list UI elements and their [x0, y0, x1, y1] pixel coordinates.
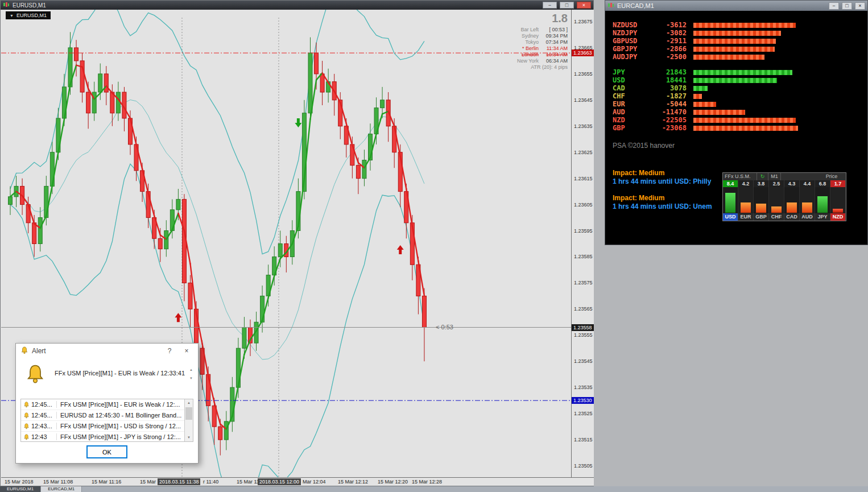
news-countdown-label: 1 hrs 44 mins until USD: Philly [613, 177, 722, 186]
price-badge: 1.23530 [572, 397, 594, 404]
scrollbar-thumb[interactable] [185, 407, 192, 420]
usm-value: 1.7 [830, 180, 846, 187]
time-axis-label: r 11:40 [203, 479, 218, 485]
strength-value: -2866 [654, 45, 687, 53]
market-clock-row: London10:34 AM [517, 52, 568, 58]
strength-symbol: NZDUSD [613, 21, 654, 29]
usm-bar [741, 202, 751, 213]
alert-list-item[interactable]: 12:43...FFx USM [Price][M1] - USD is Str… [21, 421, 184, 432]
market-clock-row: ATR (20): 4 pips [517, 64, 568, 71]
news-countdown-label: 1 hrs 44 mins until USD: Unem [613, 202, 722, 211]
usm-values-row: 8.44.23.82.54.34.46.81.7 [723, 180, 846, 187]
price-axis-label: 1.23575 [574, 280, 593, 286]
news-impact-label: Impact: Medium [613, 169, 722, 177]
strength-symbol: AUDJPY [613, 53, 654, 61]
restore-button[interactable]: □ [560, 2, 574, 9]
eurcad-window-title: EURCAD,M1 [617, 2, 654, 9]
usm-price-label: Price [817, 173, 846, 180]
usm-bar-column [830, 187, 846, 213]
window-tab-eurusd-m1[interactable]: EURUSD,M1 [0, 486, 41, 492]
spinner-down-button[interactable]: ▼ [187, 375, 195, 381]
scroll-up-button[interactable]: ▲ [185, 399, 193, 407]
refresh-icon: ↻ [757, 173, 768, 180]
clock-label: Sydney [522, 33, 539, 39]
bell-icon [23, 412, 30, 419]
usm-bar [802, 202, 812, 213]
alert-title: Alert [32, 347, 159, 355]
usm-value: 2.5 [769, 180, 784, 187]
market-clock-row: * Berlin11:34 AM [517, 46, 568, 52]
alert-item-text: EURUSD at 12:45:30 - M1 Bollinger Band..… [56, 412, 184, 419]
clock-value: [ 00:53 ] [542, 27, 568, 33]
price-axis-label: 1.23645 [574, 97, 593, 103]
symbol-selector-chip[interactable]: ▼ EURUSD,M1 [6, 11, 51, 19]
time-axis-label: 15 Mar 11:08 [43, 479, 73, 485]
price-axis-label: 1.23635 [574, 123, 593, 129]
news-countdown-block: Impact: Medium1 hrs 44 mins until USD: P… [613, 169, 722, 219]
alert-titlebar: Alert ? × [16, 344, 198, 358]
close-button[interactable]: × [577, 2, 591, 9]
restore-button[interactable]: □ [842, 2, 852, 10]
price-badge: 1.23558 [572, 324, 594, 331]
price-axis-label: 1.23585 [574, 254, 593, 259]
usm-currency-label: EUR [738, 213, 754, 221]
strength-value: -1827 [654, 92, 687, 100]
alert-item-text: FFx USM [Price][M1] - EUR is Weak / 12:.… [56, 401, 184, 408]
usm-bar [787, 202, 797, 213]
bell-icon [23, 434, 30, 440]
ok-button[interactable]: OK [86, 445, 127, 458]
help-button[interactable]: ? [163, 345, 176, 357]
alert-list-item[interactable]: 12:45...FFx USM [Price][M1] - EUR is Wea… [21, 399, 184, 410]
alert-list-item[interactable]: 12:43FFx USM [Price][M1] - JPY is Strong… [21, 432, 184, 442]
price-axis[interactable]: 1.236751.236651.236551.236451.236351.236… [571, 10, 594, 477]
alert-item-text: FFx USM [Price][M1] - JPY is Strong / 12… [56, 433, 184, 440]
usm-value: 6.8 [815, 180, 830, 187]
copyright-label: PSA ©2015 hanover [613, 142, 675, 150]
usm-value: 4.4 [800, 180, 815, 187]
strength-value: 21843 [654, 68, 687, 76]
bell-icon [21, 400, 31, 409]
usm-bar [817, 196, 828, 213]
scroll-down-button[interactable]: ▼ [185, 434, 193, 441]
close-icon[interactable]: × [180, 345, 193, 357]
minimize-button[interactable]: − [829, 2, 839, 10]
usm-bar-column [784, 187, 800, 213]
time-axis-label: Mar 12:04 [303, 479, 326, 485]
usm-bar [756, 204, 766, 213]
alert-item-time: 12:45... [31, 401, 56, 408]
strength-bar [693, 23, 796, 28]
usm-bar [771, 206, 782, 213]
usm-bar-column [815, 187, 830, 213]
alert-item-time: 12:45... [31, 412, 56, 419]
window-tab-bar: EURUSD,M1EURCAD,M1 [0, 486, 868, 492]
strength-row: CAD3078 [605, 84, 867, 92]
close-button[interactable]: × [855, 2, 865, 10]
strength-bar [693, 70, 792, 75]
alert-list-item[interactable]: 12:45...EURUSD at 12:45:30 - M1 Bollinge… [21, 410, 184, 421]
price-axis-label: 1.23625 [574, 150, 593, 155]
scrollbar[interactable]: ▲ ▼ [184, 399, 193, 441]
usm-currency-label: USD [723, 213, 738, 221]
strength-symbol: CHF [613, 92, 654, 100]
strength-row: AUD-11470 [605, 108, 867, 116]
usm-bar-column [723, 187, 738, 213]
alert-history-list[interactable]: 12:45...FFx USM [Price][M1] - EUR is Wea… [20, 399, 193, 442]
chart-icon [3, 2, 10, 9]
price-axis-label: 1.23515 [574, 437, 593, 443]
price-axis-label: 1.23505 [574, 463, 593, 469]
spinner-up-button[interactable]: ▲ [187, 366, 195, 373]
strength-symbol: JPY [613, 68, 654, 76]
bell-icon [25, 364, 46, 386]
time-axis[interactable]: 15 Mar 201815 Mar 11:0815 Mar 11:1615 Ma… [1, 477, 594, 486]
bell-icon [21, 422, 31, 431]
strength-value: -5044 [654, 100, 687, 108]
usm-bar-chart [723, 187, 846, 213]
alert-item-time: 12:43 [31, 433, 56, 440]
strength-symbol: NZD [613, 116, 654, 124]
strength-row: USD18441 [605, 76, 867, 84]
strength-value: -11470 [654, 108, 687, 116]
minimize-button[interactable]: − [543, 2, 557, 9]
alert-item-text: FFx USM [Price][M1] - USD is Strong / 12… [56, 423, 184, 429]
usm-spacer [781, 173, 817, 180]
window-tab-eurcad-m1[interactable]: EURCAD,M1 [41, 486, 82, 492]
